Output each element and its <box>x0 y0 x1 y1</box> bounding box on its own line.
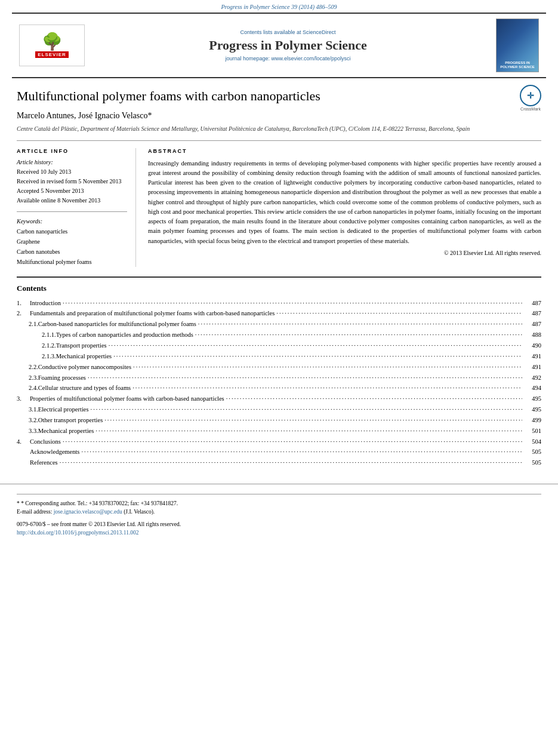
toc-title-7: Foaming processes <box>38 373 86 383</box>
citation-text: Progress in Polymer Science 39 (2014) 48… <box>221 4 337 10</box>
journal-header: 🌳 ELSEVIER Contents lists available at S… <box>12 13 546 78</box>
article-divider <box>17 140 541 141</box>
toc-title-15: References <box>30 457 58 468</box>
toc-dots-12: ········································… <box>94 426 522 437</box>
corresponding-text: * Corresponding author. Tel.: +34 937837… <box>21 500 178 506</box>
toc-page-11: 499 <box>522 415 541 426</box>
toc-container: 1.Introduction··························… <box>17 298 541 469</box>
abstract-text: Increasingly demanding industry requirem… <box>148 159 541 246</box>
footer-divider <box>17 494 541 494</box>
homepage-url[interactable]: www.elsevier.com/locate/ppolysci <box>272 56 351 62</box>
toc-dots-2: ········································… <box>196 319 522 330</box>
toc-page-8: 494 <box>522 383 541 394</box>
contents-title: Contents <box>17 284 541 293</box>
toc-num-1: 2. <box>17 308 30 319</box>
keyword-1: Carbon nanoparticles <box>17 226 127 236</box>
toc-num-7: 2.3. <box>17 373 38 383</box>
footer-email-row: E-mail address: jose.ignacio.velasco@upc… <box>17 508 541 516</box>
article-info-heading: ARTICLE INFO <box>17 148 127 154</box>
footnote-star: * <box>17 500 20 506</box>
article-affiliation: Centre Català del Plàstic, Department of… <box>17 124 541 133</box>
abstract-col: ABSTRACT Increasingly demanding industry… <box>148 148 541 267</box>
footer-email[interactable]: jose.ignacio.velasco@upc.edu <box>54 509 122 515</box>
toc-title-3: Types of carbon nanoparticles and produc… <box>56 330 193 340</box>
history-received: Received 10 July 2013 <box>17 167 127 177</box>
toc-row-0: 1.Introduction··························… <box>17 298 541 309</box>
abstract-copyright: © 2013 Elsevier Ltd. All rights reserved… <box>148 250 541 256</box>
keywords-section: Keywords: Carbon nanoparticles Graphene … <box>17 218 127 267</box>
homepage-label: journal homepage: <box>225 56 270 62</box>
toc-page-0: 487 <box>522 298 541 309</box>
keyword-3: Carbon nanotubes <box>17 247 127 257</box>
toc-title-2: Carbon-based nanoparticles for multifunc… <box>38 319 196 330</box>
toc-title-9: Properties of multifunctional polymer fo… <box>30 394 224 404</box>
toc-row-12: 3.3.Mechanical properties···············… <box>17 426 541 437</box>
toc-page-1: 487 <box>522 308 541 319</box>
authors-text: Marcelo Antunes, José Ignacio Velasco* <box>17 111 152 120</box>
history-revised: Received in revised form 5 November 2013 <box>17 177 127 186</box>
crossmark-icon: ✛ <box>520 85 541 106</box>
toc-title-14: Acknowledgements <box>30 447 79 457</box>
keyword-2: Graphene <box>17 236 127 247</box>
toc-row-8: 2.4.Cellular structure and types of foam… <box>17 383 541 394</box>
toc-title-1: Fundamentals and preparation of multifun… <box>30 308 275 319</box>
toc-page-9: 495 <box>522 394 541 404</box>
footer-section: * * Corresponding author. Tel.: +34 9378… <box>0 484 558 542</box>
toc-page-15: 505 <box>522 457 541 468</box>
toc-row-15: References······························… <box>17 457 541 468</box>
elsevier-logo-left: 🌳 ELSEVIER <box>19 24 91 66</box>
toc-row-1: 2.Fundamentals and preparation of multif… <box>17 308 541 319</box>
journal-cover-image: PROGRESS IN POLYMER SCIENCE <box>496 19 539 72</box>
toc-row-6: 2.2.Conductive polymer nanocomposites···… <box>17 362 541 373</box>
toc-row-2: 2.1.Carbon-based nanoparticles for multi… <box>17 319 541 330</box>
toc-num-6: 2.2. <box>17 362 38 373</box>
elsevier-box: 🌳 ELSEVIER <box>19 24 85 66</box>
toc-dots-15: ········································… <box>58 457 522 468</box>
toc-row-4: 2.1.2.Transport properties··············… <box>17 340 541 351</box>
toc-row-10: 3.1.Electrical properties···············… <box>17 404 541 415</box>
journal-center: Contents lists available at ScienceDirec… <box>91 29 485 62</box>
elsevier-label: ELSEVIER <box>35 51 69 58</box>
journal-logo-right: PROGRESS IN POLYMER SCIENCE <box>485 19 539 72</box>
toc-num-9: 3. <box>17 394 30 404</box>
toc-dots-4: ········································… <box>107 340 522 351</box>
toc-page-14: 505 <box>522 447 541 457</box>
toc-page-2: 487 <box>522 319 541 330</box>
footer-doi: http://dx.doi.org/10.1016/j.progpolymsci… <box>17 528 541 537</box>
doi-link[interactable]: http://dx.doi.org/10.1016/j.progpolymsci… <box>17 530 139 536</box>
toc-num-13: 4. <box>17 437 30 447</box>
contents-inner: 1.Introduction··························… <box>17 298 541 469</box>
two-col-layout: ARTICLE INFO Article history: Received 1… <box>17 148 541 267</box>
footer-corresponding: * * Corresponding author. Tel.: +34 9378… <box>17 499 541 508</box>
toc-num-11: 3.2. <box>17 415 38 426</box>
sciencedirect-text[interactable]: ScienceDirect <box>303 29 336 35</box>
toc-title-12: Mechanical properties <box>38 426 94 437</box>
toc-dots-3: ········································… <box>193 330 522 340</box>
toc-dots-13: ········································… <box>61 437 522 447</box>
history-divider <box>17 211 127 212</box>
toc-dots-8: ········································… <box>131 383 522 394</box>
toc-title-5: Mechanical properties <box>56 351 112 362</box>
article-title-row: ✛ CrossMark Multifunctional polymer foam… <box>17 88 541 105</box>
toc-dots-7: ········································… <box>86 373 522 383</box>
toc-dots-10: ········································… <box>89 404 522 415</box>
toc-dots-14: ········································… <box>79 447 522 457</box>
article-title: Multifunctional polymer foams with carbo… <box>17 88 541 105</box>
toc-dots-9: ········································… <box>224 394 522 404</box>
article-info-col: ARTICLE INFO Article history: Received 1… <box>17 148 136 267</box>
toc-num-12: 3.3. <box>17 426 38 437</box>
toc-page-13: 504 <box>522 437 541 447</box>
toc-title-4: Transport properties <box>56 340 107 351</box>
keyword-4: Multifunctional polymer foams <box>17 257 127 267</box>
toc-page-7: 492 <box>522 373 541 383</box>
sciencedirect-link: Contents lists available at ScienceDirec… <box>97 29 479 35</box>
toc-num-4: 2.1.2. <box>17 340 56 351</box>
toc-num-2: 2.1. <box>17 319 38 330</box>
toc-title-0: Introduction <box>30 298 61 309</box>
contents-section: Contents 1.Introduction·················… <box>17 276 541 469</box>
toc-num-3: 2.1.1. <box>17 330 56 340</box>
journal-title: Progress in Polymer Science <box>97 38 479 53</box>
email-label: E-mail address: <box>17 509 52 515</box>
toc-num-0: 1. <box>17 298 30 309</box>
email-suffix: (J.I. Velasco). <box>124 509 155 515</box>
